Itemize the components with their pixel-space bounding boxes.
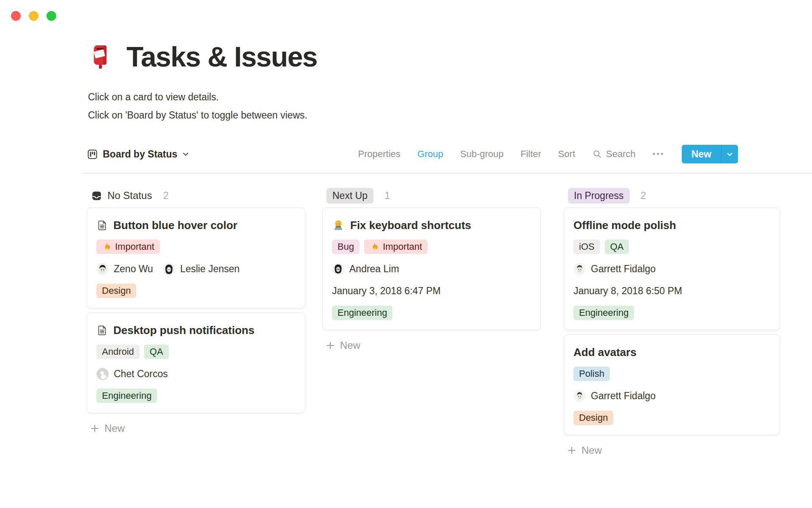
person-name: Andrea Lim — [349, 263, 399, 275]
person-name: Garrett Fidalgo — [591, 390, 656, 402]
window-controls — [11, 11, 56, 21]
card-date: January 3, 2018 6:47 PM — [332, 285, 441, 297]
add-card-button[interactable]: New — [322, 337, 541, 354]
column-status-pill: Next Up — [326, 188, 373, 204]
tag-pill: QA — [144, 345, 169, 359]
avatar — [573, 390, 586, 402]
page-icon — [96, 325, 108, 336]
tag-pill: Important — [96, 240, 160, 254]
plus-icon — [567, 446, 576, 455]
person-name: Chet Corcos — [114, 368, 168, 380]
board-view-icon — [87, 149, 98, 160]
card-people-row: Garrett Fidalgo — [573, 261, 770, 276]
avatar — [163, 263, 175, 275]
column-header[interactable]: No Status 2 — [87, 186, 305, 205]
person-name: Garrett Fidalgo — [591, 263, 656, 275]
card-people-row: Chet Corcos — [96, 366, 296, 381]
column-count: 2 — [163, 190, 168, 202]
tag-pill: Engineering — [96, 389, 157, 403]
person-name: Zeno Wu — [114, 263, 153, 275]
card-people-row: Garrett Fidalgo — [573, 388, 770, 403]
board-column-no-status: No Status 2 Button blue hover color — [87, 186, 305, 437]
card-people-row: Andrea Lim — [332, 261, 531, 276]
more-options-button[interactable]: ••• — [653, 149, 665, 159]
person: Leslie Jensen — [163, 263, 240, 275]
fire-emoji-icon — [370, 242, 379, 251]
add-card-label: New — [582, 444, 602, 456]
tag-pill: Important — [364, 240, 428, 254]
avatar — [573, 263, 586, 275]
tag-pill: Design — [96, 284, 136, 298]
tag-pill: Polish — [573, 367, 610, 381]
board-card[interactable]: Add avatars Polish Garret — [564, 334, 780, 435]
card-tags-row: Important — [96, 239, 296, 254]
description-line: Click on 'Board by Status' to toggle bet… — [88, 106, 307, 124]
board-column-next-up: Next Up 1 Fix keyboard shortcuts — [322, 186, 541, 354]
card-title-row: Button blue hover color — [96, 218, 296, 232]
toolbar-actions: Properties Group Sub-group Filter Sort S… — [358, 145, 738, 163]
card-title-row: Desktop push notifications — [96, 323, 296, 337]
person: Garrett Fidalgo — [573, 390, 656, 402]
card-tags-row: Android QA — [96, 344, 296, 359]
tag-pill: QA — [605, 240, 629, 254]
card-title: Fix keyboard shortcuts — [350, 218, 471, 232]
tag-pill: iOS — [573, 240, 600, 254]
group-menu-item[interactable]: Group — [417, 149, 443, 160]
toolbar-divider — [83, 173, 812, 174]
column-title: No Status — [107, 190, 152, 202]
new-button-dropdown[interactable] — [721, 145, 738, 163]
board-card[interactable]: Button blue hover color Important — [87, 207, 305, 308]
card-tags-row: Polish — [573, 366, 770, 381]
add-card-button[interactable]: New — [87, 420, 305, 437]
board-card[interactable]: Offline mode polish iOS QA — [564, 207, 780, 330]
card-tags-row: Design — [573, 410, 770, 425]
card-tags-row: Design — [96, 283, 296, 298]
card-title: Desktop push notifications — [113, 323, 255, 337]
column-count: 2 — [641, 190, 646, 202]
inbox-icon — [91, 190, 102, 202]
card-title: Button blue hover color — [113, 218, 237, 232]
fire-emoji-icon — [102, 242, 111, 251]
card-tags-row: Bug Important — [332, 239, 531, 254]
card-title: Offline mode polish — [573, 218, 676, 232]
plus-icon — [90, 424, 99, 433]
board-card[interactable]: Fix keyboard shortcuts Bug Important — [322, 207, 541, 330]
add-card-label: New — [104, 422, 125, 434]
card-tags-row: Engineering — [96, 388, 296, 403]
search-icon — [592, 149, 602, 159]
sub-group-menu-item[interactable]: Sub-group — [460, 149, 504, 160]
card-tags-row: iOS QA — [573, 239, 770, 254]
search-button[interactable]: Search — [592, 149, 636, 160]
add-card-label: New — [340, 340, 360, 351]
filter-menu-item[interactable]: Filter — [521, 149, 541, 160]
description-line: Click on a card to view details. — [88, 88, 307, 106]
default-avatar — [96, 368, 109, 380]
card-title-row: Fix keyboard shortcuts — [332, 218, 531, 232]
board-card[interactable]: Desktop push notifications Android QA — [87, 312, 305, 413]
properties-menu-item[interactable]: Properties — [358, 149, 401, 160]
close-window-button[interactable] — [11, 11, 21, 21]
card-people-row: Zeno Wu Leslie Jensen — [96, 261, 296, 276]
technologist-emoji-icon — [332, 219, 345, 232]
avatar — [96, 263, 109, 275]
card-tags-row: Engineering — [573, 305, 770, 320]
page-icon — [96, 220, 108, 231]
card-date-row: January 8, 2018 6:50 PM — [573, 283, 770, 298]
view-switcher-label: Board by Status — [103, 149, 177, 160]
search-label: Search — [606, 149, 636, 160]
column-count: 1 — [384, 190, 390, 202]
person: Garrett Fidalgo — [573, 263, 656, 275]
sort-menu-item[interactable]: Sort — [558, 149, 575, 160]
view-switcher[interactable]: Board by Status — [87, 149, 189, 160]
zoom-window-button[interactable] — [47, 11, 56, 21]
tag-pill: Design — [573, 411, 613, 425]
minimize-window-button[interactable] — [29, 11, 38, 21]
add-card-button[interactable]: New — [564, 442, 780, 459]
new-button[interactable]: New — [682, 145, 721, 163]
column-header[interactable]: Next Up 1 — [322, 186, 541, 205]
person: Zeno Wu — [96, 263, 153, 275]
page-header: Tasks & Issues — [88, 41, 317, 73]
column-header[interactable]: In Progress 2 — [564, 186, 780, 205]
new-button-group: New — [682, 145, 738, 163]
card-title-row: Add avatars — [573, 345, 770, 359]
